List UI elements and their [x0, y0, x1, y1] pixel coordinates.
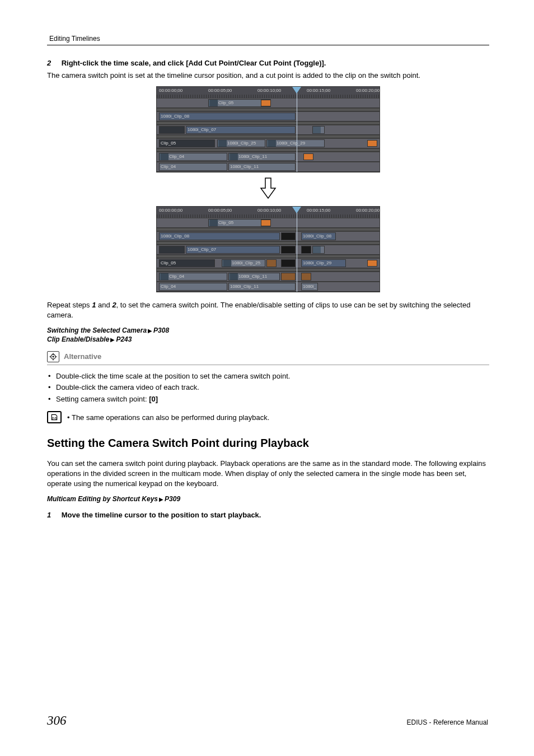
playhead-line	[297, 92, 297, 172]
clip: 1080i_Clip_25	[222, 259, 265, 267]
note: The same operations can also be performe…	[47, 411, 489, 423]
shortcut-key: [0]	[149, 395, 158, 403]
thumb-icon	[210, 220, 218, 226]
clip: Clip_04	[159, 273, 227, 281]
list-item: Double-click the camera video of each tr…	[47, 382, 489, 394]
ruler-tick: 00:00:05;00	[208, 208, 232, 213]
clip: 1080i_Clip_08	[301, 232, 336, 240]
clip-label: Clip_05	[161, 260, 176, 265]
text: Repeat steps	[47, 301, 92, 309]
clip-label: Clip_04	[161, 284, 176, 289]
step-2-text: Right-click the time scale, and click [A…	[62, 59, 326, 67]
timeline-track: Clip_05 1080i_Clip_25 1080i_Clip_29	[157, 258, 380, 268]
clip: 1080i_Clip_08	[159, 232, 280, 240]
timeline-before: 00:00:00;00 00:00:05;00 00:00:10;00 00:0…	[156, 86, 380, 172]
clip: 1080i_	[301, 283, 318, 291]
step-1-text: Move the timeline cursor to the position…	[62, 511, 261, 519]
xref-label: Switching the Selected Camera	[47, 326, 147, 334]
clip: 1080i_Clip_29	[301, 259, 346, 267]
clip	[266, 259, 277, 267]
step-1-num: 1	[47, 511, 59, 519]
svg-point-1	[53, 356, 54, 357]
xref-switch-camera[interactable]: Switching the Selected Camera▶P308	[47, 326, 489, 334]
clip	[281, 246, 296, 254]
manual-title: EDIUS - Reference Manual	[407, 718, 488, 726]
timeline-track: 1080i_Clip_08	[157, 111, 380, 122]
repeat-steps-para: Repeat steps 1 and 2, to set the camera …	[47, 300, 489, 320]
timeline-track: Clip_05	[157, 98, 380, 108]
thumb-icon	[230, 153, 238, 160]
note-icon	[47, 411, 62, 423]
clip: 1080i_Clip_29	[266, 139, 325, 147]
clip: 1080i_Clip_11	[228, 273, 280, 281]
clip	[312, 126, 325, 134]
header-section: Editing Timelines	[47, 35, 489, 43]
clip: 1080i_Clip_25	[217, 139, 265, 147]
section-heading: Setting the Camera Switch Point during P…	[47, 437, 489, 450]
clip-label: Clip_05	[218, 220, 233, 225]
ruler-tick: 00:00:15;00	[307, 208, 330, 213]
text: and	[96, 301, 112, 309]
clip-label: 1080i_Clip_11	[230, 284, 259, 289]
triangle-icon: ▶	[159, 496, 163, 502]
step-ref: 2	[112, 301, 116, 309]
thumb-icon	[210, 100, 218, 106]
section-para: You can set the camera switch point duri…	[47, 459, 489, 489]
clip-label: Clip_04	[169, 274, 184, 279]
clip: 1080i_Clip_11	[228, 163, 296, 171]
timeline-track: Clip_04 1080i_Clip_11	[157, 152, 380, 162]
thumb-icon	[161, 273, 168, 280]
down-arrow-icon	[47, 172, 489, 206]
xref-page: P309	[165, 495, 180, 503]
triangle-icon: ▶	[110, 337, 115, 343]
clip-label: 1080i_	[303, 284, 316, 289]
clip-label: Clip_04	[161, 164, 176, 169]
xref-page: P243	[116, 335, 132, 343]
text: Setting camera switch point:	[56, 395, 149, 403]
xref-page: P308	[153, 326, 169, 334]
ruler-tick: 00:00:15;00	[307, 88, 330, 93]
timeline-track: 1080i_Clip_08 1080i_Clip_08	[157, 231, 380, 241]
clip-label: Clip_05	[161, 141, 176, 146]
xref-label: Clip Enable/Disable	[47, 335, 109, 343]
ruler-tick: 00:00:10;00	[257, 88, 281, 93]
ruler-tick: 00:00:20;00	[356, 208, 380, 213]
clip-label: 1080i_Clip_08	[161, 114, 189, 119]
clip-label: 1080i_Clip_11	[238, 154, 267, 159]
playhead-line	[297, 212, 297, 292]
alternative-heading: Alternative	[47, 351, 489, 362]
ruler-tick: 00:00:00;00	[159, 88, 182, 93]
timeline-after: 00:00:00;00 00:00:05;00 00:00:10;00 00:0…	[156, 206, 380, 292]
list-item: Setting camera switch point: [0]	[47, 394, 489, 405]
page-number: 306	[47, 713, 67, 728]
step-1: 1 Move the timeline cursor to the positi…	[47, 511, 489, 519]
ruler-tick: 00:00:00;00	[159, 208, 182, 213]
xref-label: Multicam Editing by Shortcut Keys	[47, 495, 158, 503]
timeline-track: Clip_05	[157, 218, 380, 228]
timeline-track: 1080i_Clip_07	[157, 125, 380, 135]
clip	[312, 246, 325, 254]
page-footer: 306 EDIUS - Reference Manual	[47, 713, 488, 728]
clip	[159, 126, 185, 134]
timeline-track: Clip_04 1080i_Clip_11 1080i_	[157, 282, 380, 292]
timeline-track: 1080i_Clip_07	[157, 245, 380, 255]
step-2: 2 Right-click the time scale, and click …	[47, 59, 489, 67]
thumb-icon	[161, 153, 168, 160]
clip: Clip_04	[159, 163, 227, 171]
timeline-figure: 00:00:00;00 00:00:05;00 00:00:10;00 00:0…	[47, 86, 489, 292]
clip-label: 1080i_Clip_07	[188, 247, 216, 252]
clip-label: 1080i_Clip_25	[232, 260, 260, 265]
clip: Clip_04	[159, 283, 227, 291]
xref-multicam-shortcut[interactable]: Multicam Editing by Shortcut Keys▶P309	[47, 495, 489, 503]
clip: 1080i_Clip_11	[228, 153, 296, 161]
alternative-label: Alternative	[64, 352, 101, 361]
thumb-icon	[268, 140, 276, 147]
clip-label: 1080i_Clip_29	[277, 141, 305, 146]
timeline-track: Clip_04 1080i_Clip_11	[157, 272, 380, 282]
marker-icon	[367, 140, 377, 147]
xref-clip-enable[interactable]: Clip Enable/Disable▶P243	[47, 335, 489, 343]
clip	[301, 246, 311, 254]
clip	[281, 273, 296, 281]
playhead-icon	[292, 87, 301, 94]
time-ruler: 00:00:00;00 00:00:05;00 00:00:10;00 00:0…	[157, 207, 380, 218]
